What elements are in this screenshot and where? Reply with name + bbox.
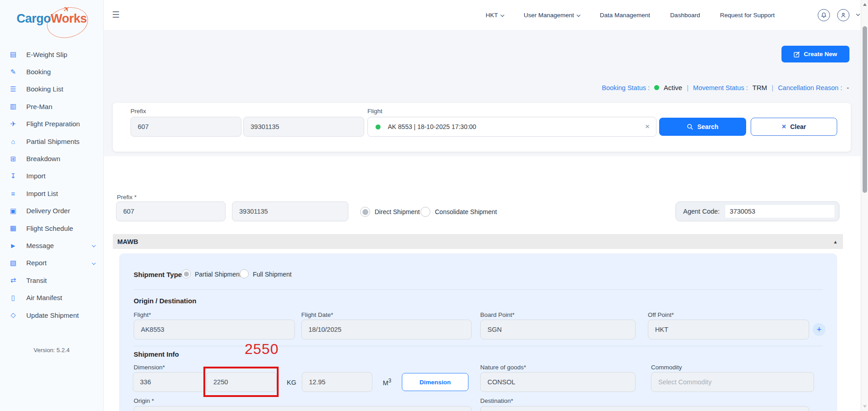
cargoworks-logo: ✈ CargoWorks	[0, 12, 103, 39]
sidebar-item-breakdown[interactable]: ⊞ Breakdown	[0, 150, 103, 167]
partial-shipment-radio[interactable]	[182, 269, 191, 278]
nav-station-hkt[interactable]: HKT	[486, 12, 504, 19]
board-point-input[interactable]	[480, 320, 636, 339]
sidebar-item-partial-shipments[interactable]: ⌂ Partial Shipments	[0, 133, 103, 150]
volume-unit-m: M	[383, 379, 388, 387]
sidebar-item-update-shipment[interactable]: ◇ Update Shipment	[0, 306, 103, 324]
origin-input[interactable]	[134, 406, 472, 411]
weight-input[interactable]	[206, 372, 277, 392]
volume-unit-sup: 3	[388, 378, 391, 384]
user-avatar[interactable]	[837, 9, 849, 21]
update-shipment-icon: ◇	[9, 311, 18, 319]
sidebar-item-message[interactable]: ► Message	[0, 237, 103, 254]
sidebar-item-label: Flight Schedule	[26, 225, 97, 232]
consolidate-shipment-radio[interactable]	[420, 207, 430, 217]
page-scrollbar[interactable]	[861, 0, 868, 411]
chevron-down-icon	[92, 244, 96, 247]
nature-of-goods-input[interactable]	[480, 372, 636, 392]
notifications-button[interactable]	[818, 9, 830, 21]
partial-shipments-icon: ⌂	[9, 138, 18, 145]
booking-list-icon: ☰	[9, 85, 18, 93]
sidebar-item-label: Message	[26, 242, 89, 249]
sidebar: ✈ CargoWorks ▤ E-Weight Slip ✎ Booking ☰…	[0, 0, 104, 411]
flight-select[interactable]: AK 8553 | 18-10-2025 17:30:00 ×	[367, 117, 656, 137]
sidebar-item-air-manifest[interactable]: ▯ Air Manifest	[0, 289, 103, 306]
nav-label: Data Management	[600, 12, 650, 19]
weight-unit-label: KG	[287, 379, 296, 386]
sidebar-item-flight-preparation[interactable]: ✈ Flight Preparation	[0, 115, 103, 133]
direct-shipment-label: Direct Shipment	[375, 208, 420, 215]
board-point-label: Board Point*	[480, 311, 515, 318]
create-new-button[interactable]: Create New	[781, 46, 849, 62]
movement-status-value: TRM	[752, 84, 767, 91]
search-prefix-label: Prefix	[130, 108, 146, 115]
nav-user-management[interactable]: User Management	[524, 12, 580, 19]
nav-request-for-support[interactable]: Request for Support	[720, 12, 775, 19]
flight-search-panel: Prefix Flight AK 8553 | 18-10-2025 17:30…	[113, 103, 851, 152]
volume-unit-label: M3	[383, 378, 391, 387]
sidebar-item-booking-list[interactable]: ☰ Booking List	[0, 81, 103, 98]
mawb-form-card: Shipment Type Partial Shipment Full Ship…	[119, 253, 837, 411]
flight-preparation-icon: ✈	[9, 120, 18, 128]
report-icon: ▧	[9, 259, 18, 267]
search-prefix-code-input[interactable]	[130, 117, 241, 137]
search-awb-number-input[interactable]	[243, 117, 364, 137]
nav-dashboard[interactable]: Dashboard	[670, 12, 700, 19]
volume-input[interactable]	[302, 372, 372, 392]
separator: |	[687, 84, 689, 91]
sidebar-item-import-list[interactable]: ≡ Import List	[0, 185, 103, 202]
clear-button[interactable]: × Clear	[751, 118, 837, 136]
nature-of-goods-label: Nature of goods*	[480, 364, 526, 371]
shipment-prefix-label: Prefix *	[117, 194, 137, 201]
search-button[interactable]: Search	[659, 118, 746, 136]
sidebar-item-label: Transit	[26, 277, 97, 284]
scroll-up-arrow-icon[interactable]	[863, 3, 867, 6]
sidebar-item-label: Booking List	[26, 85, 97, 93]
sidebar-item-label: Air Manifest	[26, 294, 97, 301]
shipment-prefix-code-input[interactable]	[116, 201, 226, 221]
chevron-down-icon	[577, 13, 580, 16]
profile-chevron-icon[interactable]	[856, 12, 860, 16]
top-navigation: HKT User Management Data Management Dash…	[486, 0, 775, 30]
nav-data-management[interactable]: Data Management	[600, 12, 650, 19]
bell-icon	[821, 12, 827, 18]
flight-date-input[interactable]	[301, 320, 472, 339]
destination-input[interactable]	[480, 406, 809, 411]
sidebar-item-e-weight-slip[interactable]: ▤ E-Weight Slip	[0, 46, 103, 63]
sidebar-item-transit[interactable]: ⇄ Transit	[0, 272, 103, 289]
sidebar-item-label: Delivery Order	[26, 207, 97, 215]
direct-shipment-radio[interactable]	[360, 207, 370, 217]
sidebar-item-pre-man[interactable]: ▥ Pre-Man	[0, 98, 103, 115]
scroll-down-arrow-icon[interactable]	[863, 405, 867, 408]
full-shipment-label: Full Shipment	[253, 271, 292, 278]
pieces-input[interactable]	[133, 372, 204, 392]
dimension-button[interactable]: Dimension	[402, 373, 468, 391]
mawb-section-header[interactable]: MAWB ▴	[113, 234, 843, 249]
sidebar-item-import[interactable]: ↧ Import	[0, 167, 103, 185]
origin-label: Origin *	[134, 397, 154, 404]
sidebar-item-flight-schedule[interactable]: ▦ Flight Schedule	[0, 220, 103, 237]
sidebar-item-label: Flight Preparation	[26, 120, 97, 128]
sidebar-item-booking[interactable]: ✎ Booking	[0, 63, 103, 80]
clear-flight-icon[interactable]: ×	[645, 122, 650, 131]
sidebar-item-delivery-order[interactable]: ▣ Delivery Order	[0, 202, 103, 220]
sidebar-item-report[interactable]: ▧ Report	[0, 254, 103, 272]
full-shipment-radio[interactable]	[240, 269, 249, 278]
add-route-button[interactable]: +	[813, 323, 825, 336]
weight-slip-icon: ▤	[9, 50, 18, 58]
search-flight-label: Flight	[367, 108, 382, 115]
air-manifest-icon: ▯	[9, 294, 18, 302]
flight-input[interactable]	[134, 320, 295, 339]
collapse-caret-icon[interactable]: ▴	[834, 239, 837, 245]
create-new-label: Create New	[804, 51, 837, 57]
menu-toggle-icon[interactable]: ☰	[112, 10, 120, 20]
destination-label: Destination*	[480, 397, 513, 404]
agent-code-input[interactable]	[725, 205, 834, 218]
scrollbar-thumb[interactable]	[863, 26, 867, 193]
off-point-input[interactable]	[648, 320, 809, 339]
transit-icon: ⇄	[9, 276, 18, 284]
shipment-awb-number-input[interactable]	[232, 201, 348, 221]
logo-text-works: Works	[51, 12, 87, 25]
send-icon: ►	[9, 242, 18, 249]
commodity-select[interactable]	[651, 372, 814, 392]
